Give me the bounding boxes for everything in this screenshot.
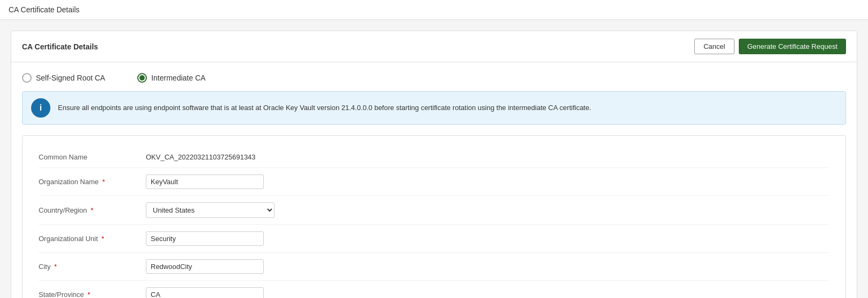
radio-self-signed[interactable]: Self-Signed Root CA [22,73,105,83]
form-card: Common Name OKV_CA_20220321103725691343 … [22,135,846,298]
info-banner-text: Ensure all endpoints are using endpoint … [58,103,591,113]
required-star-city: * [54,263,57,271]
radio-options: Self-Signed Root CA Intermediate CA [22,73,846,83]
generate-certificate-button[interactable]: Generate Certificate Request [739,39,846,54]
form-row-state: State/Province * [39,281,829,298]
label-common-name: Common Name [39,153,146,161]
input-organization-name[interactable] [146,175,264,189]
input-org-unit[interactable] [146,231,264,246]
radio-outer-intermediate [137,73,147,83]
info-icon: i [31,98,50,118]
card-title: CA Certificate Details [22,42,98,51]
radio-label-self-signed: Self-Signed Root CA [36,74,105,82]
input-state[interactable] [146,287,264,298]
required-star-org-unit: * [101,235,104,243]
label-state: State/Province * [39,290,146,298]
radio-outer-self-signed [22,73,32,83]
radio-intermediate-ca[interactable]: Intermediate CA [137,73,205,83]
header-buttons: Cancel Generate Certificate Request [694,39,846,54]
form-row-country: Country/Region * United StatesCanadaUnit… [39,196,829,225]
form-row-common-name: Common Name OKV_CA_20220321103725691343 [39,147,829,168]
select-country[interactable]: United StatesCanadaUnited KingdomGermany… [146,202,275,218]
label-organization-name: Organization Name * [39,178,146,186]
form-row-city: City * [39,253,829,281]
label-country: Country/Region * [39,206,146,214]
info-banner: i Ensure all endpoints are using endpoin… [22,91,846,125]
form-row-organization-name: Organization Name * [39,168,829,196]
cancel-button[interactable]: Cancel [694,39,734,54]
label-org-unit: Organizational Unit * [39,235,146,243]
label-city: City * [39,263,146,271]
page-title: CA Certificate Details [9,5,79,14]
form-row-org-unit: Organizational Unit * [39,225,829,253]
input-city[interactable] [146,259,264,274]
required-star-country: * [91,206,93,214]
value-common-name: OKV_CA_20220321103725691343 [146,153,256,161]
radio-label-intermediate: Intermediate CA [151,74,205,82]
radio-inner-intermediate [139,75,145,81]
required-star-state: * [87,290,90,298]
required-star-org: * [102,178,105,186]
